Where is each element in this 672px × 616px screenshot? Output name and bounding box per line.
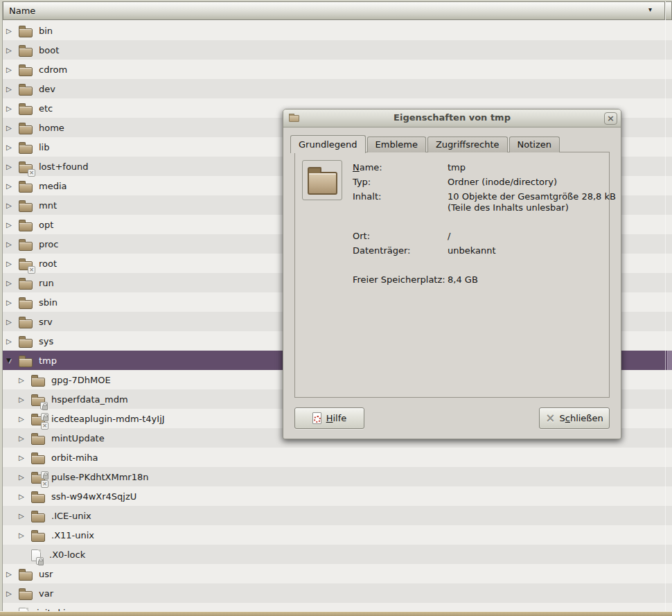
tree-row[interactable]: ▷×pulse-PKdhtXMmr18n [3,467,672,486]
tab-notizen[interactable]: Notizen [509,137,560,152]
tree-row[interactable]: ▷.ICE-unix [3,506,672,525]
expander-icon[interactable]: ▷ [19,396,29,403]
folder-icon [19,242,33,251]
folder-icon [31,436,45,445]
window-close-icon[interactable]: × [604,112,617,125]
row-label: sbin [39,297,58,308]
tree-row[interactable]: ▷cdrom [3,60,672,79]
folder-icon [31,494,45,503]
folder-icon [19,48,33,57]
file-manager-window: Name ▾ ▷bin▷boot▷cdrom▷dev▷etc▷home▷lib▷… [0,0,672,616]
selection-right-strip [667,351,672,370]
expander-icon[interactable]: ▷ [6,318,17,326]
tree-row[interactable]: .X0-lock [3,545,672,564]
folder-icon [31,513,45,522]
help-icon [312,412,321,424]
field-value: tmp [448,162,466,173]
expander-icon[interactable]: ▷ [6,143,17,151]
expander-icon[interactable]: ▷ [6,124,17,132]
emblem-noread-icon: × [28,169,35,177]
help-button[interactable]: Hilfe [294,407,364,429]
expander-icon[interactable]: ▷ [6,46,17,54]
folder-icon: × [31,416,45,425]
expander-icon[interactable]: ▷ [19,376,29,384]
expander-icon[interactable]: ▷ [6,66,17,73]
field-label: Typ: [353,177,371,187]
expander-icon[interactable]: ▷ [6,240,17,248]
column-header-name[interactable]: Name ▾ [3,1,665,20]
tree-row[interactable]: ▷boot [3,40,672,60]
row-label: var [39,588,53,599]
close-button[interactable]: × Schließen [539,407,610,429]
expander-icon[interactable]: ▼ [6,357,17,364]
tree-row[interactable]: ▷bin [3,21,672,40]
folder-icon [31,455,45,464]
row-label: proc [39,239,58,249]
tab-grundlegend[interactable]: Grundlegend [290,135,366,153]
expander-icon[interactable]: ▷ [6,299,17,306]
row-label: run [39,278,54,288]
expander-icon[interactable]: ▷ [19,434,29,442]
row-label: .X0-lock [49,549,85,560]
expander-icon[interactable]: ▷ [6,260,17,267]
expander-icon[interactable]: ▷ [6,85,17,93]
folder-icon [19,125,33,134]
folder-icon [19,28,33,37]
row-label: mnt [39,200,57,211]
tree-row[interactable]: ▷usr [3,564,672,583]
expander-icon[interactable]: ▷ [19,454,29,461]
tab-zugriffsrechte[interactable]: Zugriffsrechte [427,137,508,152]
row-label: lib [39,142,49,152]
property-field: Freier Speicherplatz:8,4 GB [295,274,609,287]
expander-icon[interactable]: ▷ [19,512,29,520]
row-label: opt [39,220,53,230]
column-dropdown-icon[interactable]: ▾ [648,6,652,13]
row-label: media [39,181,67,191]
expander-icon[interactable]: ▷ [6,163,17,170]
close-x-icon: × [545,412,555,424]
row-label: boot [39,45,59,55]
expander-icon[interactable]: ▷ [19,473,29,481]
expander-icon[interactable]: ▷ [6,337,17,345]
expander-icon[interactable]: ▷ [6,27,17,35]
property-field: Ort:/ [295,231,609,243]
expander-icon[interactable]: ▷ [19,531,29,539]
tab-embleme[interactable]: Embleme [367,137,426,152]
emblem-noread-icon: × [41,480,48,488]
field-value: 10 Objekte der Gesamtgröße 28,8 kB(Teile… [448,191,616,213]
expander-icon[interactable]: ▷ [6,279,17,287]
close-button-label: Schließen [559,413,603,423]
expander-icon[interactable]: ▷ [6,202,17,209]
emblem-lock-icon [41,471,48,479]
expander-icon[interactable]: ▷ [6,221,17,229]
row-label: .ICE-unix [51,511,91,521]
row-label: sys [39,336,53,346]
property-field: Name:tmp [295,162,609,175]
expander-icon[interactable]: ▷ [6,182,17,190]
folder-icon: × [19,164,33,173]
folder-icon [19,572,33,581]
tree-row[interactable]: ▷var [3,583,672,603]
field-label: Datenträger: [353,245,410,256]
row-label: hsperfdata_mdm [51,394,128,405]
expander-icon[interactable]: ▷ [6,105,17,112]
expander-icon[interactable]: ▷ [19,493,29,500]
tree-row[interactable]: ▷.X11-unix [3,525,672,545]
tab-content-frame: Name:tmpTyp:Ordner (inode/directory)Inha… [294,152,610,398]
tree-row[interactable]: ▷dev [3,79,672,98]
expander-icon[interactable]: ▷ [6,590,17,597]
row-label: lost+found [39,161,89,172]
expander-icon[interactable]: ▷ [6,570,17,578]
folder-icon [19,87,33,96]
folder-icon [19,591,33,600]
dialog-tabs: GrundlegendEmblemeZugriffsrechteNotizen [290,134,561,152]
expander-icon[interactable]: ▷ [19,415,29,423]
row-label: icedteaplugin-mdm-t4yIjJ [51,414,165,424]
property-field: Datenträger:unbekannt [295,245,609,258]
tree-row[interactable]: ▷ssh-w94wXr4SqjzU [3,486,672,506]
field-label: Name: [353,162,382,173]
tree-row[interactable]: ▷orbit-miha [3,448,672,467]
row-label: .X11-unix [51,530,94,540]
row-label: tmp [39,355,57,366]
dialog-title: Eigenschaften von tmp [283,112,621,123]
